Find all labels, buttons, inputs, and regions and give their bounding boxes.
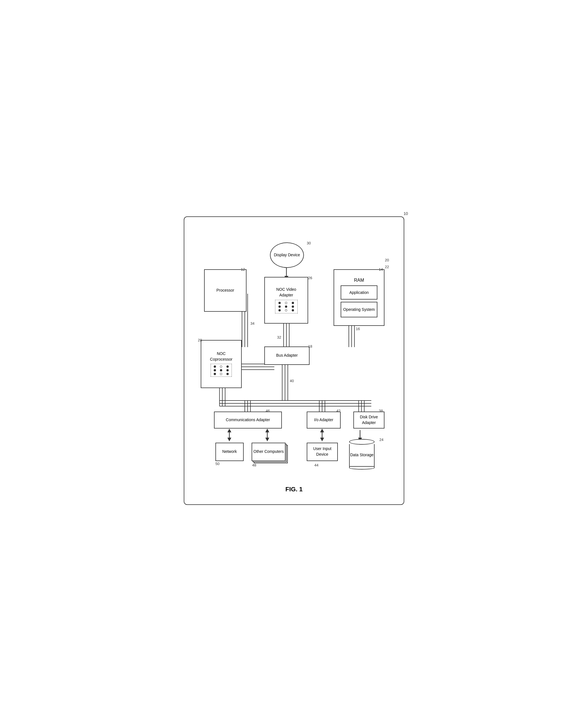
- disk-drive-adapter-ref: 38: [379, 409, 383, 413]
- network-node: Network: [215, 443, 244, 461]
- noc-coprocessor-label: NOCCoprocessor: [210, 351, 232, 362]
- svg-marker-39: [227, 429, 231, 432]
- other-computers-node: Other Computers: [252, 443, 286, 461]
- display-device-ref: 30: [307, 241, 311, 245]
- noc-coprocessor-ref: 28: [198, 338, 202, 342]
- disk-drive-adapter-node: Disk Drive Adapter: [353, 412, 384, 429]
- operating-system-node: Operating System: [341, 302, 377, 317]
- io-adapter-node: I/o Adapter: [307, 412, 341, 429]
- svg-marker-40: [227, 437, 231, 441]
- application-node: Application: [341, 285, 377, 300]
- processor-ref: 12: [241, 267, 245, 271]
- processor-node: Processor: [204, 269, 247, 312]
- operating-system-ref: 22: [385, 265, 389, 270]
- svg-marker-46: [320, 437, 324, 441]
- network-ref: 50: [215, 461, 219, 466]
- application-label: Application: [350, 290, 369, 295]
- outer-box: 10 34 32: [184, 217, 404, 505]
- operating-system-label: Operating System: [343, 307, 375, 312]
- outer-ref: 10: [403, 211, 408, 216]
- svg-text:16: 16: [356, 327, 360, 331]
- data-storage-ref: 24: [379, 437, 383, 442]
- communications-adapter-label: Communications Adapter: [226, 417, 270, 423]
- ram-node: RAM Application 20 Operating System 22: [334, 269, 384, 326]
- processor-label: Processor: [216, 288, 234, 293]
- network-label: Network: [222, 449, 237, 455]
- other-computers-container: Other Computers: [252, 443, 286, 461]
- page-wrapper: 10 34 32: [184, 217, 404, 505]
- cylinder-body: Data Storage: [349, 444, 375, 467]
- svg-marker-45: [320, 429, 324, 432]
- cylinder-top: [349, 439, 375, 445]
- noc-video-adapter-label: NOC VideoAdapter: [276, 287, 296, 298]
- io-adapter-label: I/o Adapter: [314, 417, 333, 423]
- noc-coprocessor-node: NOCCoprocessor: [201, 340, 242, 388]
- user-input-device-ref: 44: [314, 463, 318, 467]
- noc-video-adapter-ref: 26: [308, 276, 312, 280]
- user-input-device-node: User Input Device: [307, 443, 338, 461]
- noc-video-adapter-node: NOC VideoAdapter: [264, 277, 308, 324]
- display-device-label: Display Device: [274, 252, 300, 258]
- ram-ref: 14: [379, 267, 383, 271]
- svg-marker-42: [266, 429, 269, 432]
- svg-text:34: 34: [250, 321, 254, 325]
- disk-drive-adapter-label: Disk Drive Adapter: [354, 414, 384, 426]
- user-input-device-label: User Input Device: [307, 446, 337, 457]
- svg-text:40: 40: [290, 379, 294, 383]
- communications-adapter-node: Communications Adapter: [214, 412, 282, 429]
- bus-adapter-node: Bus Adapter: [264, 347, 310, 365]
- svg-marker-43: [266, 437, 269, 441]
- other-computers-label: Other Computers: [253, 449, 284, 455]
- display-device-node: Display Device: [270, 242, 304, 268]
- communications-adapter-ref: 46: [266, 409, 270, 413]
- data-storage-node: Data Storage: [349, 439, 375, 470]
- diagram: 34 32 16: [196, 225, 392, 480]
- ram-label: RAM: [354, 277, 364, 284]
- bus-adapter-label: Bus Adapter: [276, 353, 298, 358]
- data-storage-label: Data Storage: [350, 452, 374, 458]
- application-ref: 20: [385, 258, 389, 263]
- io-adapter-ref: 42: [336, 409, 340, 413]
- fig-caption: FIG. 1: [196, 486, 392, 493]
- bus-adapter-ref: 18: [308, 344, 312, 349]
- other-computers-ref: 48: [252, 463, 256, 467]
- svg-text:32: 32: [277, 335, 281, 339]
